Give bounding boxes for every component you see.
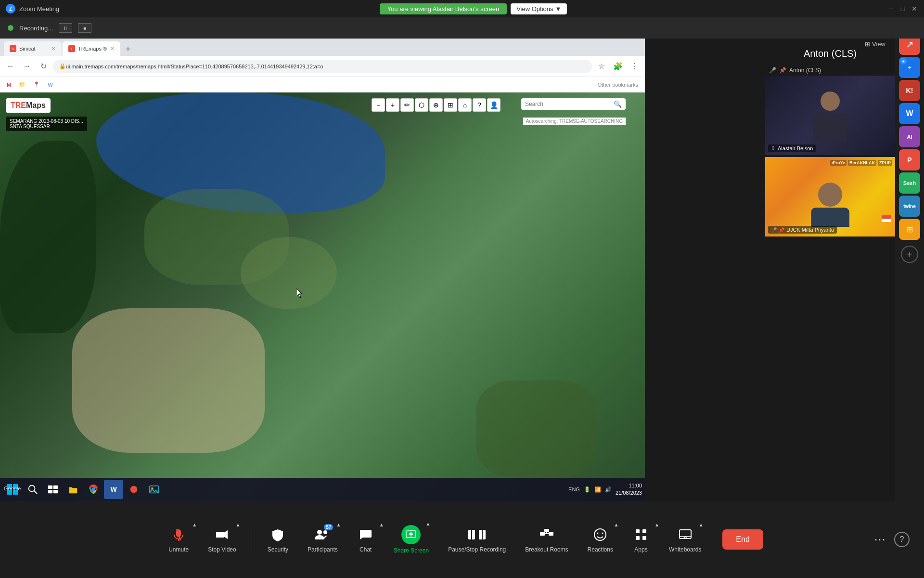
apps-toolbar-icon — [632, 526, 650, 543]
svg-rect-23 — [482, 530, 483, 539]
window-controls: ─ □ ✕ — [887, 5, 918, 13]
whiteboards-item[interactable]: ▲ Whiteboards — [661, 522, 709, 557]
view-button-top[interactable]: ⊞ View — [865, 40, 886, 48]
extensions-button[interactable]: 🧩 — [611, 60, 625, 73]
tray-sound: 🔊 — [605, 486, 612, 493]
djck-person — [811, 183, 849, 227]
map-account-tool[interactable]: 👤 — [487, 98, 500, 112]
security-label: Security — [268, 546, 288, 553]
refresh-button[interactable]: ↻ — [37, 60, 50, 73]
kahoot-app-icon[interactable]: K! — [899, 80, 920, 101]
unmute-item[interactable]: ▲ Unmute — [161, 522, 196, 557]
paint-button[interactable] — [124, 480, 143, 499]
help-button[interactable]: ? — [894, 532, 910, 547]
map-layer-tool[interactable]: ⊕ — [429, 98, 443, 112]
workspace-app-icon[interactable]: W — [899, 103, 920, 124]
tab-close-tremaps[interactable]: ✕ — [110, 45, 115, 52]
svg-rect-32 — [636, 529, 640, 533]
task-view-button[interactable] — [43, 480, 63, 499]
share-screen-item[interactable]: ▲ Share Screen — [386, 521, 436, 558]
more-options-button[interactable]: ⋯ — [874, 533, 886, 546]
apps-caret[interactable]: ▲ — [654, 522, 659, 527]
reactions-item[interactable]: ▲ Reactions — [580, 522, 621, 557]
djck-mic-icon: 🎤 — [771, 227, 777, 233]
participants-icon: 57 — [314, 526, 331, 543]
file-manager-button[interactable] — [64, 480, 83, 499]
whiteboards-icon-wrapper: ▲ — [677, 526, 694, 543]
terrain-patch-3 — [476, 381, 597, 477]
map-search-input[interactable] — [525, 101, 612, 107]
menu-button[interactable]: ⋮ — [628, 60, 641, 73]
bookmark-maps[interactable]: 📍 — [30, 80, 43, 89]
participants-caret[interactable]: ▲ — [336, 522, 341, 527]
svg-rect-33 — [642, 529, 646, 533]
whiteboards-caret[interactable]: ▲ — [699, 522, 704, 527]
browser-tab-simcat[interactable]: S Simcat ✕ — [4, 41, 62, 56]
map-home-tool[interactable]: ⌂ — [458, 98, 472, 112]
unmute-icon — [170, 526, 187, 543]
map-polygon-tool[interactable]: ⬡ — [415, 98, 428, 112]
browser-tab-tremaps[interactable]: T TREmaps ® ✕ — [63, 41, 120, 56]
map-search-bar[interactable]: 🔍 — [521, 98, 626, 110]
map-mountain-left — [0, 141, 96, 333]
map-help-tool[interactable]: ? — [473, 98, 486, 112]
prezi-app-icon[interactable]: P — [899, 149, 920, 171]
anton-video: 🎙 Alastair Belson — [765, 76, 895, 155]
participants-count: 57 — [324, 524, 333, 530]
divider-1 — [252, 525, 252, 554]
bookmark-drive[interactable]: 📁 — [16, 80, 28, 89]
back-button[interactable]: ← — [4, 60, 17, 73]
address-bar[interactable]: 🔒 ui.main.tremaps.com/tremaps/tremaps.ht… — [53, 60, 592, 73]
pause-recording-item[interactable]: Pause/Stop Recording — [440, 522, 513, 557]
new-tab-button[interactable]: + — [121, 42, 135, 56]
person-body — [813, 113, 847, 142]
autosearching-text: Autosearching: TREMSE-AUTOSEARCHING — [523, 118, 626, 125]
chat-icon-wrapper: ▲ — [357, 526, 374, 543]
plus-app-icon[interactable]: + + — [899, 57, 920, 78]
reactions-caret[interactable]: ▲ — [614, 522, 618, 527]
participants-item[interactable]: 57 ▲ Participants — [300, 522, 346, 557]
photos-button[interactable] — [144, 480, 164, 499]
grid-app-icon[interactable]: ⊞ — [899, 219, 920, 240]
chat-item[interactable]: ▲ Chat — [349, 522, 382, 557]
apps-label: Apps — [634, 546, 647, 553]
windows-search-button[interactable] — [23, 480, 42, 499]
add-apps-button[interactable]: + — [901, 246, 918, 263]
forward-button[interactable]: → — [20, 60, 34, 73]
stop-video-caret[interactable]: ▲ — [236, 522, 241, 527]
map-draw-tool[interactable]: ✏ — [400, 98, 414, 112]
view-options-button[interactable]: View Options ▼ — [511, 3, 567, 14]
system-tray: ENG 🔋 📶 🔊 11:00 21/08/2023 — [568, 482, 642, 497]
system-clock[interactable]: 11:00 21/08/2023 — [616, 482, 642, 497]
map-background[interactable]: TREMaps SEMARANG 2023-08-03 10 DIS... SN… — [0, 92, 645, 501]
map-layer2-tool[interactable]: ⊞ — [444, 98, 457, 112]
minimize-button[interactable]: ─ — [887, 5, 895, 13]
twine-app-icon[interactable]: twine — [899, 196, 920, 217]
map-zoom-out[interactable]: − — [372, 98, 385, 112]
apps-item[interactable]: ▲ Apps — [625, 522, 657, 557]
bookmarks-other-label[interactable]: Other bookmarks — [595, 81, 641, 89]
chat-caret[interactable]: ▲ — [379, 522, 384, 527]
chrome-button[interactable] — [84, 480, 103, 499]
sesh-app-icon[interactable]: Sesh — [899, 172, 920, 194]
bookmark-other[interactable]: W — [45, 81, 55, 89]
bookmark-gmail[interactable]: M — [4, 81, 14, 89]
security-icon — [269, 526, 286, 543]
stop-recording-button[interactable]: ■ — [78, 23, 91, 33]
tab-close-simcat[interactable]: ✕ — [51, 45, 56, 52]
pause-recording-button[interactable]: ⏸ — [59, 23, 72, 33]
bookmark-button[interactable]: ☆ — [595, 60, 608, 73]
breakout-rooms-item[interactable]: Breakout Rooms — [517, 522, 576, 557]
stop-video-item[interactable]: ▲ Stop Video — [200, 522, 244, 557]
security-item[interactable]: Security — [260, 522, 296, 557]
close-button[interactable]: ✕ — [911, 5, 918, 13]
ai-app-icon[interactable]: AI — [899, 126, 920, 147]
djck-body — [811, 208, 849, 227]
word-button[interactable]: W — [104, 480, 123, 499]
end-button[interactable]: End — [722, 529, 763, 550]
share-screen-caret[interactable]: ▲ — [426, 521, 431, 526]
reactions-icon — [591, 526, 609, 543]
maximize-button[interactable]: □ — [899, 5, 907, 13]
map-zoom-in[interactable]: + — [386, 98, 399, 112]
unmute-caret[interactable]: ▲ — [192, 522, 197, 527]
